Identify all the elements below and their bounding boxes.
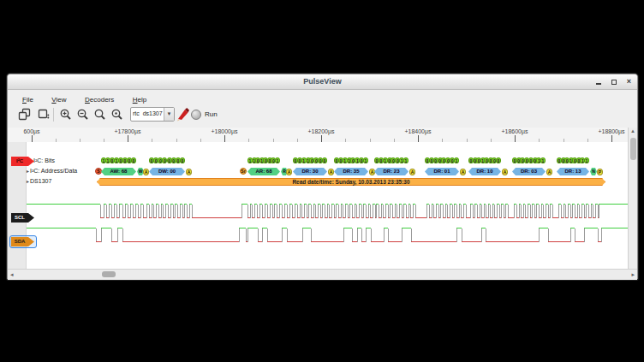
decoder-row-ds1307[interactable]: ▸DS1307 bbox=[27, 178, 51, 184]
i2c-bit-annotation: 0 bbox=[564, 157, 569, 163]
scroll-left-arrow-icon[interactable]: ◂ bbox=[10, 271, 14, 278]
ruler-minor-tick bbox=[442, 139, 443, 142]
trace-view[interactable]: 600µs+17800µs+18000µs+18200µs+18400µs+18… bbox=[8, 128, 637, 280]
decoder-tag-i2c[interactable]: I²C bbox=[11, 157, 34, 166]
i2c-ack-annotation: A bbox=[460, 169, 466, 175]
i2c-ack-annotation: A bbox=[409, 169, 415, 175]
run-button[interactable]: Run bbox=[191, 106, 230, 122]
titlebar[interactable]: PulseView × bbox=[8, 74, 637, 90]
i2c-byte-annotation: DR: 01 bbox=[425, 168, 459, 175]
i2c-bit-annotation: 0 bbox=[309, 157, 314, 163]
i2c-bit-annotation: 0 bbox=[359, 157, 364, 163]
decoder-row-i2c-address-data[interactable]: ▸I²C: Address/Data bbox=[27, 168, 77, 174]
i2c-bit-annotation: 1 bbox=[247, 157, 253, 163]
ruler-minor-tick bbox=[80, 139, 80, 142]
zoom-one-to-one-button[interactable] bbox=[110, 108, 124, 122]
horizontal-scroll-thumb[interactable] bbox=[102, 271, 116, 277]
i2c-byte-annotation: DR: 35 bbox=[334, 168, 368, 175]
i2c-bit-annotation: 1 bbox=[347, 157, 352, 163]
session-file-select[interactable]: rtc_ds1307_2i ▼ bbox=[130, 107, 175, 122]
i2c-bit-annotation: 1 bbox=[383, 157, 388, 163]
horizontal-scrollbar[interactable]: ◂ ▸ bbox=[8, 269, 637, 280]
ruler-label: +18400µs bbox=[404, 128, 431, 134]
i2c-ack-annotation: A bbox=[502, 169, 508, 175]
i2c-bit-annotation: 0 bbox=[528, 157, 534, 163]
ruler-minor-tick bbox=[394, 139, 395, 142]
vertical-scroll-thumb[interactable] bbox=[630, 138, 636, 160]
add-decoder-button[interactable] bbox=[176, 107, 189, 121]
ruler-minor-tick bbox=[200, 139, 201, 142]
i2c-bit-annotation: 0 bbox=[271, 157, 276, 163]
vertical-scrollbar[interactable]: ▲ bbox=[628, 128, 637, 269]
window-title: PulseView bbox=[8, 77, 637, 86]
i2c-bit-annotation: 0 bbox=[158, 157, 163, 163]
menu-help[interactable]: Help bbox=[133, 93, 146, 104]
i2c-byte-annotation: DR: 10 bbox=[468, 168, 501, 175]
ruler-minor-tick bbox=[273, 139, 274, 142]
i2c-start-marker: S bbox=[95, 168, 102, 175]
i2c-bit-annotation: 0 bbox=[153, 157, 158, 163]
ruler-minor-tick bbox=[539, 139, 540, 142]
i2c-byte-annotation: DR: 23 bbox=[374, 168, 408, 175]
ruler-minor-tick bbox=[152, 139, 152, 142]
decoder-row-label: DS1307 bbox=[30, 178, 51, 184]
close-button[interactable]: × bbox=[626, 79, 632, 85]
signal-tag-sda[interactable]: SDA bbox=[11, 237, 34, 246]
i2c-bit-annotation: 0 bbox=[267, 157, 272, 163]
maximize-button[interactable] bbox=[611, 79, 617, 85]
ruler-minor-tick bbox=[564, 139, 564, 142]
minimize-button[interactable] bbox=[595, 79, 601, 85]
expand-arrow-icon[interactable]: ▸ bbox=[27, 169, 29, 174]
i2c-bit-annotation: 0 bbox=[520, 157, 525, 163]
i2c-bit-annotation: 0 bbox=[576, 157, 581, 163]
zoom-out-button[interactable] bbox=[76, 108, 90, 122]
i2c-bit-annotation: 0 bbox=[496, 157, 501, 163]
i2c-bit-annotation: 0 bbox=[131, 157, 136, 163]
i2c-bit-annotation: 0 bbox=[322, 157, 327, 163]
i2c-bit-annotation: 0 bbox=[492, 157, 497, 163]
i2c-bit-annotation: 0 bbox=[374, 157, 379, 163]
i2c-bit-annotation: 1 bbox=[584, 157, 589, 163]
menu-file[interactable]: File bbox=[22, 93, 33, 104]
zoom-fit-button[interactable] bbox=[93, 108, 107, 122]
waveforms bbox=[8, 128, 637, 280]
ruler-minor-tick bbox=[491, 139, 492, 142]
session-file-value: rtc_ds1307_2i bbox=[133, 110, 165, 116]
menubar: File View Decoders Help bbox=[8, 90, 637, 104]
i2c-bit-annotation: 1 bbox=[101, 157, 106, 163]
new-view-button[interactable] bbox=[37, 108, 51, 122]
scroll-right-arrow-icon[interactable]: ▸ bbox=[631, 271, 635, 278]
minimize-icon bbox=[596, 83, 601, 85]
new-session-icon bbox=[18, 108, 32, 122]
i2c-bit-annotation: 0 bbox=[391, 157, 396, 163]
i2c-bit-annotation: 0 bbox=[263, 157, 268, 163]
i2c-byte-annotation: DR: 03 bbox=[512, 168, 546, 175]
ruler-major-tick bbox=[611, 135, 612, 142]
ruler[interactable]: 600µs+17800µs+18000µs+18200µs+18400µs+18… bbox=[8, 128, 629, 142]
ruler-minor-tick bbox=[587, 139, 588, 142]
expand-arrow-icon[interactable]: ▸ bbox=[27, 179, 29, 184]
chevron-down-icon[interactable]: ▼ bbox=[164, 108, 174, 121]
run-button-label: Run bbox=[205, 110, 218, 118]
i2c-bit-annotation: 0 bbox=[433, 157, 438, 163]
signal-tag-scl[interactable]: SCL bbox=[11, 213, 34, 223]
ruler-minor-tick bbox=[56, 139, 57, 142]
menu-decoders[interactable]: Decoders bbox=[85, 93, 114, 104]
desktop: PulseView × File View Decoders Help bbox=[0, 0, 644, 362]
zoom-in-button[interactable] bbox=[59, 108, 73, 122]
run-led-icon bbox=[191, 110, 201, 120]
scroll-up-arrow-icon[interactable]: ▲ bbox=[629, 128, 637, 134]
i2c-bit-annotation: 1 bbox=[403, 157, 408, 163]
i2c-bit-annotation: 1 bbox=[301, 157, 307, 163]
new-session-button[interactable] bbox=[18, 108, 32, 122]
i2c-bit-annotation: 0 bbox=[162, 157, 167, 163]
toolbar: rtc_ds1307_2i ▼ Run bbox=[8, 104, 637, 128]
menu-view[interactable]: View bbox=[51, 93, 66, 104]
ruler-major-tick bbox=[515, 135, 516, 142]
i2c-bit-annotation: 0 bbox=[118, 157, 123, 163]
ruler-major-tick bbox=[128, 135, 128, 142]
decoder-row-i2c-bits[interactable]: I²C: Bits bbox=[33, 157, 55, 163]
i2c-bit-annotation: 1 bbox=[536, 157, 541, 163]
i2c-flag-annotation: N bbox=[590, 168, 597, 175]
i2c-bit-annotation: 0 bbox=[488, 157, 493, 163]
